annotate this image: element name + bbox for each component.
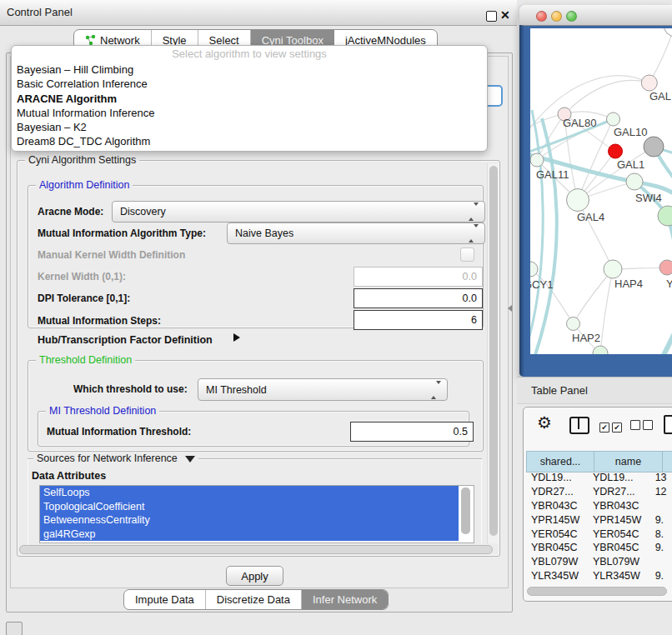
node-label: GAL4: [577, 211, 604, 223]
network-node[interactable]: [593, 346, 608, 354]
algorithm-option[interactable]: Bayesian – K2: [12, 120, 487, 134]
column-header-name[interactable]: name: [594, 451, 662, 472]
table-row[interactable]: YBR045CYBR045C9.: [526, 541, 672, 555]
dpi-tolerance-field[interactable]: 0.0: [354, 288, 483, 308]
algorithm-option[interactable]: Bayesian – Hill Climbing: [12, 62, 487, 77]
network-node-gal11[interactable]: [530, 153, 544, 167]
mi-threshold-field[interactable]: 0.5: [350, 422, 474, 442]
table-horizontal-scrollbar[interactable]: [525, 586, 672, 596]
attribute-item[interactable]: gal4RGexp: [40, 528, 459, 542]
network-node-y[interactable]: [659, 260, 672, 275]
network-node-hap2[interactable]: [567, 318, 580, 331]
attributes-scrollbar-thumb[interactable]: [461, 488, 470, 534]
attribute-item[interactable]: TopologicalCoefficient: [40, 500, 459, 514]
algorithm-option[interactable]: Mutual Information Inference: [12, 106, 487, 120]
network-window-titlebar: [519, 5, 672, 26]
network-node-gal4[interactable]: [567, 189, 589, 212]
algorithm-placeholder: Select algorithm to view settings: [12, 46, 487, 62]
restore-icon[interactable]: [486, 11, 497, 22]
aracne-mode-label: Aracne Mode:: [38, 206, 103, 218]
tab-label: Infer Network: [313, 593, 377, 606]
tab-impute-data[interactable]: Impute Data: [124, 590, 206, 609]
tab-label: Discretize Data: [217, 593, 290, 606]
network-edge[interactable]: [649, 28, 672, 83]
table-row[interactable]: YLR345WYLR345W9.: [526, 569, 672, 583]
network-edge[interactable]: [564, 80, 649, 114]
table-horizontal-scrollbar-thumb[interactable]: [527, 587, 667, 596]
column-header-partial[interactable]: [662, 451, 672, 472]
settings-horizontal-scrollbar[interactable]: [18, 545, 497, 554]
node-label: GAL: [649, 90, 671, 102]
table-cell: [650, 555, 672, 569]
attribute-item[interactable]: SelfLoops: [40, 486, 459, 500]
settings-vertical-scrollbar-thumb[interactable]: [489, 166, 498, 536]
table-panel-title: Table Panel: [531, 384, 588, 397]
network-node-hap4[interactable]: [604, 260, 622, 278]
close-icon[interactable]: ✕: [500, 8, 512, 22]
close-icon[interactable]: [536, 11, 547, 22]
data-attributes-list[interactable]: SelfLoopsTopologicalCoefficientBetweenne…: [39, 485, 474, 543]
network-node-gal1[interactable]: [609, 144, 623, 158]
network-node-gal10[interactable]: [607, 112, 620, 126]
kernel-width-field[interactable]: 0.0: [354, 267, 483, 287]
table-row[interactable]: YBL079WYBL079W: [526, 555, 672, 569]
tab-label: Impute Data: [135, 593, 194, 606]
mi-steps-field[interactable]: 6: [354, 310, 483, 330]
aracne-mode-combobox[interactable]: Discovery: [112, 201, 485, 222]
zoom-icon[interactable]: [566, 11, 577, 22]
manual-kernel-checkbox[interactable]: [460, 248, 474, 262]
table-row[interactable]: YPR145WYPR145W9.: [526, 513, 672, 528]
table-cell: YBL079W: [588, 555, 650, 569]
node-label: HAP2: [572, 332, 600, 344]
tab-infer-network[interactable]: Infer Network: [302, 590, 388, 609]
network-node-gal[interactable]: [641, 75, 657, 91]
sources-group-title[interactable]: Sources for Network Inference: [33, 452, 198, 464]
table-cell: YLR345W: [526, 569, 588, 583]
mi-threshold-label: Mutual Information Threshold:: [47, 426, 191, 438]
attributes-scrollbar[interactable]: [460, 488, 471, 539]
network-edge[interactable]: [655, 315, 672, 354]
network-node-swi4[interactable]: [626, 173, 643, 190]
apply-button[interactable]: Apply: [226, 566, 283, 586]
new-document-icon[interactable]: [664, 415, 672, 434]
table-row[interactable]: YDL19...YDL19...13: [526, 471, 672, 485]
settings-horizontal-scrollbar-thumb[interactable]: [19, 545, 493, 554]
which-threshold-combobox[interactable]: MI Threshold: [198, 378, 448, 401]
split-divider-arrow-icon[interactable]: [508, 305, 512, 312]
table-row[interactable]: YER054CYER054C8.: [526, 528, 672, 542]
hub-definition-label[interactable]: Hub/Transcription Factor Definition: [38, 334, 213, 346]
column-header-shared...[interactable]: shared...: [526, 451, 594, 472]
split-columns-icon[interactable]: [569, 417, 589, 434]
table-row[interactable]: YBR043CYBR043C: [526, 499, 672, 513]
network-canvas[interactable]: GALGAL80GAL10GAL1GAL11SWI4GAL4GCY1HAP4YH…: [530, 28, 672, 354]
node-label: SWI4: [635, 192, 662, 204]
algorithm-option[interactable]: Basic Correlation Inference: [12, 77, 487, 91]
algorithm-option[interactable]: ARACNE Algorithm: [12, 92, 487, 106]
table-cell: YER054C: [526, 528, 588, 542]
attribute-item[interactable]: BetweennessCentrality: [40, 513, 459, 528]
expanded-arrow-icon[interactable]: [185, 456, 195, 462]
tab-discretize-data[interactable]: Discretize Data: [206, 590, 302, 609]
deselect-all-icon[interactable]: [630, 418, 655, 433]
table-cell: 13: [650, 471, 672, 485]
algorithm-definition-title: Algorithm Definition: [36, 179, 133, 191]
panel-corner-handle[interactable]: [6, 622, 23, 635]
collapsed-arrow-icon[interactable]: [233, 333, 240, 342]
algorithm-option[interactable]: Dream8 DC_TDC Algorithm: [12, 134, 487, 148]
settings-vertical-scrollbar[interactable]: [487, 163, 499, 543]
settings-gear-icon[interactable]: ⚙: [537, 412, 552, 432]
network-node[interactable]: [664, 28, 672, 37]
network-icon: [85, 35, 96, 46]
network-node[interactable]: [658, 206, 672, 226]
mi-steps-label: Mutual Information Steps:: [38, 315, 161, 327]
table-row[interactable]: YIL052CYIL052C9: [526, 583, 672, 584]
network-edge[interactable]: [574, 269, 614, 324]
kernel-width-label: Kernel Width (0,1):: [38, 271, 126, 282]
select-all-icon[interactable]: ✔✔: [599, 418, 624, 433]
table-cell: YBR045C: [526, 541, 588, 555]
network-node[interactable]: [644, 137, 664, 157]
mi-type-combobox[interactable]: Naive Bayes: [227, 222, 485, 244]
minimize-icon[interactable]: [551, 11, 562, 22]
table-row[interactable]: YDR27...YDR27...12: [526, 485, 672, 499]
unchecked-box-icon: [630, 420, 640, 430]
